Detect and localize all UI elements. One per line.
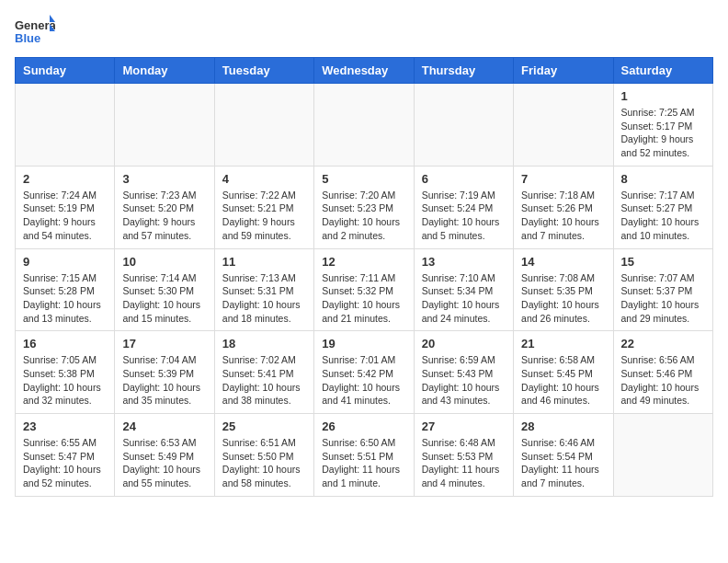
calendar-day-cell bbox=[115, 84, 214, 167]
calendar-week-row: 1Sunrise: 7:25 AM Sunset: 5:17 PM Daylig… bbox=[16, 84, 713, 167]
day-info: Sunrise: 7:22 AM Sunset: 5:21 PM Dayligh… bbox=[222, 189, 306, 243]
day-number: 14 bbox=[521, 255, 605, 269]
calendar-day-cell: 27Sunrise: 6:48 AM Sunset: 5:53 PM Dayli… bbox=[414, 414, 513, 497]
day-info: Sunrise: 6:55 AM Sunset: 5:47 PM Dayligh… bbox=[23, 436, 107, 490]
day-info: Sunrise: 7:08 AM Sunset: 5:35 PM Dayligh… bbox=[521, 271, 605, 326]
day-number: 20 bbox=[422, 337, 506, 350]
day-info: Sunrise: 7:20 AM Sunset: 5:23 PM Dayligh… bbox=[322, 189, 405, 243]
day-info: Sunrise: 6:53 AM Sunset: 5:49 PM Dayligh… bbox=[122, 436, 206, 490]
day-of-week-header: Friday bbox=[514, 58, 613, 84]
calendar-week-row: 16Sunrise: 7:05 AM Sunset: 5:38 PM Dayli… bbox=[16, 331, 713, 414]
day-number: 9 bbox=[23, 255, 107, 269]
day-info: Sunrise: 7:07 AM Sunset: 5:37 PM Dayligh… bbox=[621, 271, 705, 326]
logo-svg: General Blue bbox=[15, 15, 55, 50]
calendar-day-cell: 19Sunrise: 7:01 AM Sunset: 5:42 PM Dayli… bbox=[314, 331, 414, 414]
day-info: Sunrise: 7:11 AM Sunset: 5:32 PM Dayligh… bbox=[322, 271, 405, 326]
day-info: Sunrise: 7:13 AM Sunset: 5:31 PM Dayligh… bbox=[222, 271, 306, 326]
calendar-day-cell bbox=[314, 84, 414, 167]
day-number: 28 bbox=[521, 419, 605, 433]
day-info: Sunrise: 7:10 AM Sunset: 5:34 PM Dayligh… bbox=[422, 271, 506, 326]
calendar-day-cell bbox=[613, 414, 712, 497]
day-number: 1 bbox=[621, 89, 705, 103]
calendar-day-cell: 21Sunrise: 6:58 AM Sunset: 5:45 PM Dayli… bbox=[514, 331, 613, 414]
calendar-week-row: 23Sunrise: 6:55 AM Sunset: 5:47 PM Dayli… bbox=[16, 414, 713, 497]
day-number: 16 bbox=[23, 337, 107, 350]
day-info: Sunrise: 6:58 AM Sunset: 5:45 PM Dayligh… bbox=[521, 353, 605, 408]
calendar-day-cell: 11Sunrise: 7:13 AM Sunset: 5:31 PM Dayli… bbox=[214, 248, 313, 331]
calendar-day-cell: 12Sunrise: 7:11 AM Sunset: 5:32 PM Dayli… bbox=[314, 248, 414, 331]
day-info: Sunrise: 7:14 AM Sunset: 5:30 PM Dayligh… bbox=[122, 271, 206, 326]
calendar-header-row: SundayMondayTuesdayWednesdayThursdayFrid… bbox=[16, 58, 713, 84]
day-number: 6 bbox=[422, 172, 506, 186]
calendar-day-cell: 26Sunrise: 6:50 AM Sunset: 5:51 PM Dayli… bbox=[314, 414, 414, 497]
day-number: 13 bbox=[422, 255, 506, 269]
day-number: 4 bbox=[222, 172, 306, 186]
calendar-day-cell: 4Sunrise: 7:22 AM Sunset: 5:21 PM Daylig… bbox=[214, 166, 313, 248]
day-of-week-header: Thursday bbox=[414, 58, 513, 84]
day-info: Sunrise: 6:48 AM Sunset: 5:53 PM Dayligh… bbox=[422, 436, 506, 490]
day-number: 5 bbox=[322, 172, 405, 186]
day-of-week-header: Saturday bbox=[613, 58, 712, 84]
calendar-day-cell: 28Sunrise: 6:46 AM Sunset: 5:54 PM Dayli… bbox=[514, 414, 613, 497]
day-number: 8 bbox=[621, 172, 705, 186]
calendar-day-cell: 15Sunrise: 7:07 AM Sunset: 5:37 PM Dayli… bbox=[613, 248, 712, 331]
day-number: 23 bbox=[23, 419, 107, 433]
calendar-day-cell: 20Sunrise: 6:59 AM Sunset: 5:43 PM Dayli… bbox=[414, 331, 513, 414]
day-number: 22 bbox=[621, 337, 705, 350]
day-number: 21 bbox=[521, 337, 605, 350]
day-number: 18 bbox=[222, 337, 306, 350]
calendar-day-cell: 3Sunrise: 7:23 AM Sunset: 5:20 PM Daylig… bbox=[115, 166, 214, 248]
day-info: Sunrise: 7:15 AM Sunset: 5:28 PM Dayligh… bbox=[23, 271, 107, 326]
calendar-week-row: 2Sunrise: 7:24 AM Sunset: 5:19 PM Daylig… bbox=[16, 166, 713, 248]
day-info: Sunrise: 6:50 AM Sunset: 5:51 PM Dayligh… bbox=[322, 436, 405, 490]
svg-text:General: General bbox=[15, 18, 55, 32]
day-number: 25 bbox=[222, 419, 306, 433]
calendar-day-cell: 16Sunrise: 7:05 AM Sunset: 5:38 PM Dayli… bbox=[16, 331, 115, 414]
day-info: Sunrise: 7:19 AM Sunset: 5:24 PM Dayligh… bbox=[422, 189, 506, 243]
day-of-week-header: Monday bbox=[115, 58, 214, 84]
day-number: 7 bbox=[521, 172, 605, 186]
calendar-day-cell: 8Sunrise: 7:17 AM Sunset: 5:27 PM Daylig… bbox=[613, 166, 712, 248]
day-of-week-header: Sunday bbox=[16, 58, 115, 84]
calendar-day-cell: 9Sunrise: 7:15 AM Sunset: 5:28 PM Daylig… bbox=[16, 248, 115, 331]
day-info: Sunrise: 7:04 AM Sunset: 5:39 PM Dayligh… bbox=[122, 353, 206, 408]
day-number: 26 bbox=[322, 419, 405, 433]
day-info: Sunrise: 6:59 AM Sunset: 5:43 PM Dayligh… bbox=[422, 353, 506, 408]
day-number: 2 bbox=[23, 172, 107, 186]
calendar-day-cell: 17Sunrise: 7:04 AM Sunset: 5:39 PM Dayli… bbox=[115, 331, 214, 414]
calendar-day-cell: 2Sunrise: 7:24 AM Sunset: 5:19 PM Daylig… bbox=[16, 166, 115, 248]
header: General Blue bbox=[15, 15, 713, 50]
calendar-day-cell: 1Sunrise: 7:25 AM Sunset: 5:17 PM Daylig… bbox=[613, 84, 712, 167]
calendar-day-cell bbox=[16, 84, 115, 167]
calendar-day-cell: 23Sunrise: 6:55 AM Sunset: 5:47 PM Dayli… bbox=[16, 414, 115, 497]
day-info: Sunrise: 7:17 AM Sunset: 5:27 PM Dayligh… bbox=[621, 189, 705, 243]
day-info: Sunrise: 7:25 AM Sunset: 5:17 PM Dayligh… bbox=[621, 106, 705, 160]
day-info: Sunrise: 7:23 AM Sunset: 5:20 PM Dayligh… bbox=[122, 189, 206, 243]
svg-text:Blue: Blue bbox=[15, 31, 40, 45]
calendar-day-cell: 13Sunrise: 7:10 AM Sunset: 5:34 PM Dayli… bbox=[414, 248, 513, 331]
calendar-day-cell bbox=[414, 84, 513, 167]
calendar-day-cell: 5Sunrise: 7:20 AM Sunset: 5:23 PM Daylig… bbox=[314, 166, 414, 248]
day-number: 24 bbox=[122, 419, 206, 433]
day-number: 15 bbox=[621, 255, 705, 269]
calendar-day-cell: 6Sunrise: 7:19 AM Sunset: 5:24 PM Daylig… bbox=[414, 166, 513, 248]
day-of-week-header: Wednesday bbox=[314, 58, 414, 84]
calendar-day-cell: 7Sunrise: 7:18 AM Sunset: 5:26 PM Daylig… bbox=[514, 166, 613, 248]
day-info: Sunrise: 7:18 AM Sunset: 5:26 PM Dayligh… bbox=[521, 189, 605, 243]
calendar-week-row: 9Sunrise: 7:15 AM Sunset: 5:28 PM Daylig… bbox=[16, 248, 713, 331]
calendar-day-cell: 22Sunrise: 6:56 AM Sunset: 5:46 PM Dayli… bbox=[613, 331, 712, 414]
day-info: Sunrise: 7:05 AM Sunset: 5:38 PM Dayligh… bbox=[23, 353, 107, 408]
day-info: Sunrise: 7:02 AM Sunset: 5:41 PM Dayligh… bbox=[222, 353, 306, 408]
calendar-day-cell bbox=[514, 84, 613, 167]
day-of-week-header: Tuesday bbox=[214, 58, 313, 84]
day-number: 19 bbox=[322, 337, 405, 350]
day-number: 12 bbox=[322, 255, 405, 269]
day-info: Sunrise: 6:56 AM Sunset: 5:46 PM Dayligh… bbox=[621, 353, 705, 408]
calendar-day-cell: 25Sunrise: 6:51 AM Sunset: 5:50 PM Dayli… bbox=[214, 414, 313, 497]
calendar-day-cell: 24Sunrise: 6:53 AM Sunset: 5:49 PM Dayli… bbox=[115, 414, 214, 497]
day-number: 10 bbox=[122, 255, 206, 269]
calendar-day-cell: 14Sunrise: 7:08 AM Sunset: 5:35 PM Dayli… bbox=[514, 248, 613, 331]
calendar: SundayMondayTuesdayWednesdayThursdayFrid… bbox=[15, 57, 713, 497]
day-number: 17 bbox=[122, 337, 206, 350]
day-info: Sunrise: 7:01 AM Sunset: 5:42 PM Dayligh… bbox=[322, 353, 405, 408]
